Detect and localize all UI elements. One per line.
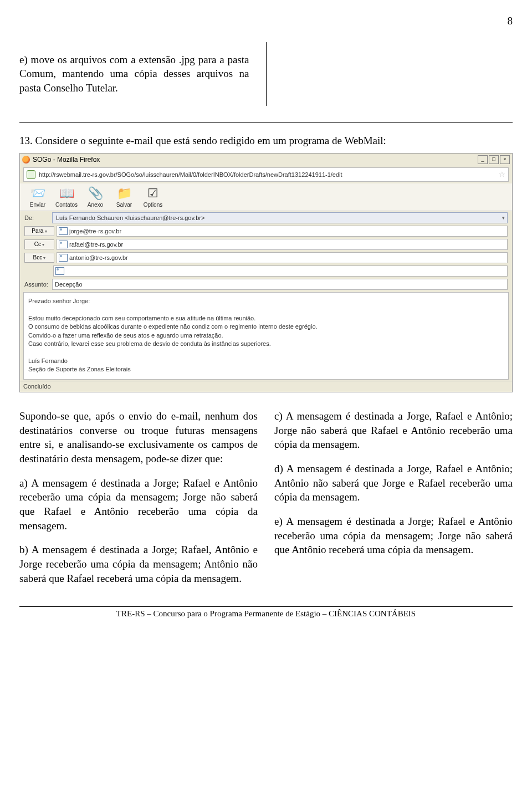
- option-e-text: e) move os arquivos com a extensão .jpg …: [19, 53, 249, 95]
- to-input[interactable]: jorge@tre-rs.gov.br: [57, 226, 508, 237]
- compose-toolbar: 📨 Enviar 📖 Contatos 📎 Anexo 📁 Salvar ☑ O…: [20, 183, 512, 212]
- body-line1: Estou muito decepcionado com seu comport…: [28, 314, 504, 323]
- to-button[interactable]: Para: [24, 226, 54, 236]
- option-c: c) A mensagem é destinada a Jorge, Rafae…: [274, 409, 513, 452]
- answers-right: c) A mensagem é destinada a Jorge, Rafae…: [274, 409, 513, 595]
- page-footer: TRE-RS – Concurso para o Programa Perman…: [19, 606, 513, 619]
- close-button[interactable]: ×: [500, 155, 510, 164]
- bcc-button[interactable]: Bcc: [24, 253, 54, 263]
- bcc-row: Bcc antonio@tre-rs.gov.br: [20, 251, 512, 264]
- save-label: Salvar: [116, 202, 132, 208]
- contact-card-icon: [59, 254, 68, 262]
- body-line2: O consumo de bebidas alcoólicas durante …: [28, 323, 504, 331]
- attach-label: Anexo: [88, 202, 103, 208]
- top-columns: e) move os arquivos com a extensão .jpg …: [19, 42, 513, 106]
- bookmark-star-icon[interactable]: ☆: [499, 170, 505, 180]
- options-button[interactable]: ☑ Options: [139, 186, 167, 209]
- message-body[interactable]: Prezado senhor Jorge: Estou muito decepc…: [23, 292, 509, 380]
- send-button[interactable]: 📨 Enviar: [23, 186, 52, 209]
- cc-row: Cc rafael@tre-rs.gov.br: [20, 238, 512, 251]
- options-icon: ☑: [139, 186, 167, 201]
- minimize-button[interactable]: _: [478, 155, 488, 164]
- contact-card-icon: [59, 241, 68, 248]
- answers-columns: Supondo-se que, após o envio do e-mail, …: [19, 409, 513, 595]
- save-icon: 📁: [110, 186, 139, 201]
- extra-recipient-input[interactable]: [53, 265, 508, 277]
- answers-left: Supondo-se que, após o envio do e-mail, …: [19, 409, 258, 595]
- body-line3: Convido-o a fazer uma reflexão de seus a…: [28, 331, 504, 340]
- attach-button[interactable]: 📎 Anexo: [81, 186, 110, 209]
- question-divider: [19, 122, 513, 123]
- from-row: De: Luís Fernando Schauren <luisschauren…: [20, 211, 512, 224]
- body-sign1: Luís Fernando: [28, 357, 504, 365]
- address-bar[interactable]: http://rswebmail.tre-rs.gov.br/SOGo/so/l…: [23, 167, 509, 182]
- right-col: [283, 42, 513, 106]
- cc-input[interactable]: rafael@tre-rs.gov.br: [57, 239, 508, 250]
- question-stem: Supondo-se que, após o envio do e-mail, …: [19, 409, 258, 466]
- subject-row: Assunto: Decepção: [20, 278, 512, 291]
- paperclip-icon: 📎: [81, 186, 110, 201]
- contacts-label: Contatos: [55, 202, 78, 208]
- option-e2: e) A mensagem é destinada a Jorge; Rafae…: [274, 514, 513, 557]
- url-text: http://rswebmail.tre-rs.gov.br/SOGo/so/l…: [39, 171, 342, 179]
- left-col: e) move os arquivos com a extensão .jpg …: [19, 42, 249, 106]
- subject-label: Assunto:: [24, 280, 52, 289]
- subject-input[interactable]: Decepção: [52, 279, 508, 290]
- body-line4: Caso contrário, levarei esse seu problem…: [28, 340, 504, 348]
- maximize-button[interactable]: □: [489, 155, 499, 164]
- page-number: 8: [19, 14, 513, 28]
- contacts-icon: 📖: [52, 186, 81, 201]
- options-label: Options: [144, 202, 162, 208]
- body-greeting: Prezado senhor Jorge:: [28, 297, 504, 305]
- window-title: SOGo - Mozilla Firefox: [33, 155, 100, 164]
- body-sign2: Seção de Suporte às Zonas Eleitorais: [28, 365, 504, 374]
- send-label: Enviar: [30, 202, 45, 208]
- contact-card-icon: [55, 267, 64, 275]
- titlebar: SOGo - Mozilla Firefox _ □ ×: [20, 154, 512, 166]
- option-b: b) A mensagem é destinada a Jorge; Rafae…: [19, 543, 258, 585]
- extra-row: [20, 264, 512, 278]
- contacts-button[interactable]: 📖 Contatos: [52, 186, 81, 209]
- to-value: jorge@tre-rs.gov.br: [69, 228, 121, 234]
- from-select[interactable]: Luís Fernando Schauren <luisschauren@tre…: [52, 212, 508, 223]
- option-a: a) A mensagem é destinada a Jorge; Rafae…: [19, 476, 258, 533]
- send-icon: 📨: [23, 186, 52, 201]
- status-bar: Concluído: [20, 381, 512, 392]
- webmail-screenshot: SOGo - Mozilla Firefox _ □ × http://rswe…: [19, 153, 513, 392]
- option-d: d) A mensagem é destinada a Jorge, Rafae…: [274, 462, 513, 504]
- contact-card-icon: [59, 227, 68, 235]
- question-13-prompt: 13. Considere o seguinte e-mail que está…: [19, 134, 513, 148]
- reload-icon[interactable]: [27, 170, 35, 179]
- bcc-input[interactable]: antonio@tre-rs.gov.br: [57, 252, 508, 263]
- from-label: De:: [24, 214, 52, 222]
- firefox-icon: [22, 156, 30, 164]
- column-divider: [266, 42, 267, 106]
- cc-value: rafael@tre-rs.gov.br: [69, 241, 123, 248]
- bcc-value: antonio@tre-rs.gov.br: [69, 254, 128, 261]
- cc-button[interactable]: Cc: [24, 239, 54, 249]
- to-row: Para jorge@tre-rs.gov.br: [20, 224, 512, 238]
- save-button[interactable]: 📁 Salvar: [110, 186, 139, 209]
